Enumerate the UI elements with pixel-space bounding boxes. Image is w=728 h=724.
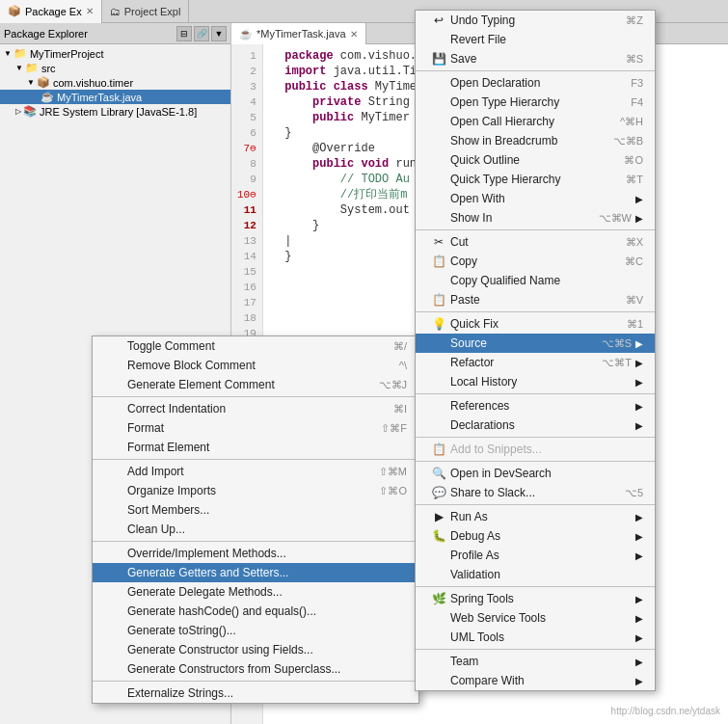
debug-as-label: Debug As xyxy=(450,529,632,543)
menu-item-spring-tools[interactable]: 🌿 Spring Tools ▶ xyxy=(416,589,655,608)
menu-item-source[interactable]: Source ⌥⌘S ▶ xyxy=(416,334,655,353)
menu-item-local-history[interactable]: Local History ▶ xyxy=(416,372,655,391)
menu-item-add-snippets[interactable]: 📋 Add to Snippets... xyxy=(416,440,655,459)
organize-imports-label: Organize Imports xyxy=(127,484,371,497)
copy-qualified-name-label: Copy Qualified Name xyxy=(450,274,643,287)
format-label: Format xyxy=(127,421,373,435)
menu-item-generate-delegate[interactable]: Generate Delegate Methods... xyxy=(93,582,418,602)
menu-item-generate-tostring[interactable]: Generate toString()... xyxy=(93,621,418,640)
editor-tab-close[interactable]: ✕ xyxy=(350,29,358,40)
menu-item-run-as[interactable]: ▶ Run As ▶ xyxy=(416,507,655,526)
externalize-strings-label: Externalize Strings... xyxy=(127,686,407,700)
quick-fix-label: Quick Fix xyxy=(450,317,619,331)
menu-item-quick-type-hierarchy[interactable]: Quick Type Hierarchy ⌘T xyxy=(416,170,655,189)
menu-item-debug-as[interactable]: 🐛 Debug As ▶ xyxy=(416,526,655,546)
tree-item-jre[interactable]: ▷ 📚 JRE System Library [JavaSE-1.8] xyxy=(0,104,230,119)
jre-arrow: ▷ xyxy=(15,107,21,116)
menu-item-organize-imports[interactable]: Organize Imports ⇧⌘O xyxy=(93,481,418,500)
menu-item-override-implement[interactable]: Override/Implement Methods... xyxy=(93,544,418,563)
generate-constructor-fields-label: Generate Constructor using Fields... xyxy=(127,643,407,657)
menu-item-undo-typing[interactable]: ↩ Undo Typing ⌘Z xyxy=(416,11,655,30)
revert-file-label: Revert File xyxy=(450,33,643,46)
tab-package-explorer[interactable]: 📦 Package Ex ✕ xyxy=(0,0,102,23)
menu-item-quick-outline[interactable]: Quick Outline ⌘O xyxy=(416,150,655,170)
link-with-editor-button[interactable]: 🔗 xyxy=(194,26,209,41)
collapse-all-button[interactable]: ⊟ xyxy=(176,26,192,41)
menu-item-show-in[interactable]: Show In ⌥⌘W ▶ xyxy=(416,208,655,228)
tree-item-src[interactable]: ▼ 📁 src xyxy=(0,61,230,75)
menu-item-profile-as[interactable]: Profile As ▶ xyxy=(416,546,655,565)
menu-item-open-devsearch[interactable]: 🔍 Open in DevSearch xyxy=(416,464,655,483)
menu-item-team[interactable]: Team ▶ xyxy=(416,652,655,671)
view-menu-button[interactable]: ▼ xyxy=(211,26,227,41)
menu-item-remove-block-comment[interactable]: Remove Block Comment ^\ xyxy=(93,356,418,375)
references-arrow: ▶ xyxy=(635,401,643,412)
menu-item-open-type-hierarchy[interactable]: Open Type Hierarchy F4 xyxy=(416,93,655,112)
tree-item-project[interactable]: ▼ 📁 MyTimerProject xyxy=(0,46,230,61)
menu-item-share-slack[interactable]: 💬 Share to Slack... ⌥5 xyxy=(416,483,655,502)
tree-view: ▼ 📁 MyTimerProject ▼ 📁 src ▼ 📦 com.vishu… xyxy=(0,44,230,121)
menu-item-quick-fix[interactable]: 💡 Quick Fix ⌘1 xyxy=(416,314,655,334)
menu-item-copy-qualified-name[interactable]: Copy Qualified Name xyxy=(416,271,655,290)
menu-item-compare-with[interactable]: Compare With ▶ xyxy=(416,671,655,690)
menu-item-refactor[interactable]: Refactor ⌥⌘T ▶ xyxy=(416,353,655,372)
web-service-tools-label: Web Service Tools xyxy=(450,611,632,625)
separator-9 xyxy=(416,649,655,650)
menu-item-generate-getters-setters[interactable]: Generate Getters and Setters... xyxy=(93,563,418,582)
menu-item-open-declaration[interactable]: Open Declaration F3 xyxy=(416,73,655,93)
editor-tab-label: *MyTimerTask.java xyxy=(256,28,346,40)
quick-type-hierarchy-shortcut: ⌘T xyxy=(626,174,643,186)
menu-item-open-call-hierarchy[interactable]: Open Call Hierarchy ^⌘H xyxy=(416,112,655,131)
editor-tab-mytimertask[interactable]: ☕ *MyTimerTask.java ✕ xyxy=(231,23,366,44)
menu-item-copy[interactable]: 📋 Copy ⌘C xyxy=(416,252,655,271)
run-as-icon: ▶ xyxy=(431,510,446,523)
tree-item-java-file[interactable]: ☕ MyTimerTask.java xyxy=(0,90,230,104)
package-explorer-close[interactable]: ✕ xyxy=(86,6,94,16)
src-label: src xyxy=(41,63,56,74)
jre-label: JRE System Library [JavaSE-1.8] xyxy=(40,106,197,118)
menu-item-format-element[interactable]: Format Element xyxy=(93,438,418,457)
menu-item-sort-members[interactable]: Sort Members... xyxy=(93,500,418,520)
format-element-label: Format Element xyxy=(127,441,407,454)
menu-item-show-breadcrumb[interactable]: Show in Breadcrumb ⌥⌘B xyxy=(416,131,655,150)
menu-item-clean-up[interactable]: Clean Up... xyxy=(93,520,418,539)
menu-item-open-with[interactable]: Open With ▶ xyxy=(416,189,655,208)
validation-label: Validation xyxy=(450,568,643,581)
tree-item-package[interactable]: ▼ 📦 com.vishuo.timer xyxy=(0,75,230,90)
explorer-header: Package Explorer ⊟ 🔗 ▼ xyxy=(0,23,230,44)
team-label: Team xyxy=(450,655,632,668)
source-shortcut: ⌥⌘S xyxy=(602,337,632,350)
menu-item-generate-hashcode-equals[interactable]: Generate hashCode() and equals()... xyxy=(93,602,418,621)
generate-tostring-label: Generate toString()... xyxy=(127,624,407,637)
save-shortcut: ⌘S xyxy=(626,53,643,66)
menu-item-declarations[interactable]: Declarations ▶ xyxy=(416,416,655,435)
menu-item-web-service-tools[interactable]: Web Service Tools ▶ xyxy=(416,608,655,628)
menu-item-uml-tools[interactable]: UML Tools ▶ xyxy=(416,628,655,647)
open-call-hierarchy-shortcut: ^⌘H xyxy=(620,116,643,128)
src-arrow: ▼ xyxy=(15,64,23,72)
menu-item-validation[interactable]: Validation xyxy=(416,565,655,584)
correct-indentation-shortcut: ⌘I xyxy=(393,403,407,416)
menu-item-toggle-comment[interactable]: Toggle Comment ⌘/ xyxy=(93,336,418,356)
watermark: http://blog.csdn.ne/ytdask xyxy=(611,706,720,716)
menu-item-externalize-strings[interactable]: Externalize Strings... xyxy=(93,684,418,703)
generate-hashcode-equals-label: Generate hashCode() and equals()... xyxy=(127,604,407,618)
menu-item-generate-element-comment[interactable]: Generate Element Comment ⌥⌘J xyxy=(93,375,418,394)
menu-item-save[interactable]: 💾 Save ⌘S xyxy=(416,49,655,68)
right-context-menu: ↩ Undo Typing ⌘Z Revert File 💾 Save ⌘S O… xyxy=(415,10,656,691)
menu-item-add-import[interactable]: Add Import ⇧⌘M xyxy=(93,462,418,481)
menu-item-cut[interactable]: ✂ Cut ⌘X xyxy=(416,232,655,252)
cut-icon: ✂ xyxy=(431,235,446,249)
cut-shortcut: ⌘X xyxy=(626,236,643,249)
menu-item-generate-constructor-superclass[interactable]: Generate Constructors from Superclass... xyxy=(93,659,418,679)
menu-item-revert-file[interactable]: Revert File xyxy=(416,30,655,49)
menu-item-references[interactable]: References ▶ xyxy=(416,396,655,416)
tab-project-explorer[interactable]: 🗂 Project Expl xyxy=(102,0,190,23)
undo-typing-icon: ↩ xyxy=(431,13,446,27)
menu-item-paste[interactable]: 📋 Paste ⌘V xyxy=(416,290,655,309)
separator-3 xyxy=(416,311,655,312)
menu-item-format[interactable]: Format ⇧⌘F xyxy=(93,418,418,438)
menu-item-generate-constructor-fields[interactable]: Generate Constructor using Fields... xyxy=(93,640,418,659)
menu-item-correct-indentation[interactable]: Correct Indentation ⌘I xyxy=(93,399,418,418)
toggle-comment-label: Toggle Comment xyxy=(127,339,386,353)
